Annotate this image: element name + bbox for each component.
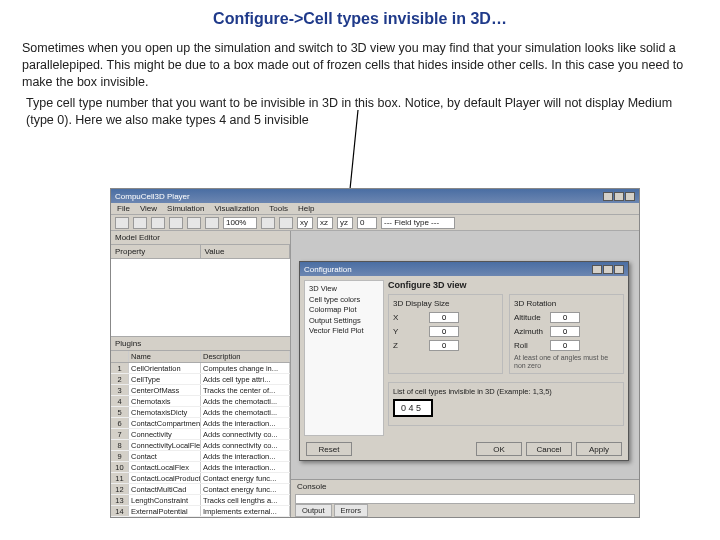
menu-simulation[interactable]: Simulation: [167, 204, 204, 213]
tree-item-output[interactable]: Output Settings: [309, 316, 379, 327]
row-num: 7: [111, 429, 129, 439]
row-name: ContactLocalFlex: [129, 462, 201, 472]
row-name: Connectivity: [129, 429, 201, 439]
rot-azimuth-input[interactable]: [550, 326, 580, 337]
plugins-table-header: Name Description: [111, 351, 290, 363]
tree-item-colormap[interactable]: Colormap Plot: [309, 305, 379, 316]
row-num: 14: [111, 506, 129, 516]
toolbar-button[interactable]: [187, 217, 201, 229]
table-row[interactable]: 5ChemotaxisDictyAdds the chemotacti...: [111, 407, 290, 418]
rot-roll-input[interactable]: [550, 340, 580, 351]
property-col-value: Value: [201, 245, 291, 258]
player-title: CompuCell3D Player: [115, 192, 190, 201]
page-title: Configure->Cell types invisible in 3D…: [0, 10, 720, 28]
tree-item-vector[interactable]: Vector Field Plot: [309, 326, 379, 337]
table-row[interactable]: 6ContactCompartmentAdds the interaction.…: [111, 418, 290, 429]
toolbar-button[interactable]: [133, 217, 147, 229]
table-row[interactable]: 12ContactMultiCadContact energy func...: [111, 484, 290, 495]
row-num: 13: [111, 495, 129, 505]
row-desc: Adds connectivity co...: [201, 440, 290, 450]
dialog-window-controls[interactable]: [592, 265, 624, 274]
invisible-types-input[interactable]: 0 4 5: [393, 399, 433, 417]
tree-item-3d-view[interactable]: 3D View: [309, 284, 379, 295]
model-editor-header: Model Editor: [111, 231, 290, 245]
player-titlebar: CompuCell3D Player: [111, 189, 639, 203]
row-desc: Computes change in...: [201, 363, 290, 373]
xz-button[interactable]: xz: [317, 217, 333, 229]
toolbar-button[interactable]: [261, 217, 275, 229]
toolbar-button[interactable]: [279, 217, 293, 229]
row-name: ContactLocalProduct: [129, 473, 201, 483]
table-row[interactable]: 1CellOrientationComputes change in...: [111, 363, 290, 374]
plugins-col-desc: Description: [201, 351, 290, 362]
row-desc: Adds connectivity co...: [201, 429, 290, 439]
dialog-titlebar: Configuration: [300, 262, 628, 276]
row-desc: Tracks the center of...: [201, 385, 290, 395]
row-num: 1: [111, 363, 129, 373]
apply-button[interactable]: Apply: [576, 442, 622, 456]
table-row[interactable]: 8ConnectivityLocalFlexAdds connectivity …: [111, 440, 290, 451]
rot-altitude-input[interactable]: [550, 312, 580, 323]
row-num: 5: [111, 407, 129, 417]
table-row[interactable]: 3CenterOfMassTracks the center of...: [111, 385, 290, 396]
player-window: CompuCell3D Player File View Simulation …: [110, 188, 640, 518]
field-select[interactable]: --- Field type ---: [381, 217, 455, 229]
zoom-field[interactable]: 100%: [223, 217, 257, 229]
row-name: Contact: [129, 451, 201, 461]
size-y-label: Y: [393, 327, 425, 336]
invisible-types-label: List of cell types invisible in 3D (Exam…: [393, 387, 619, 396]
paragraph-2: Type cell type number that you want to b…: [26, 95, 694, 129]
table-row[interactable]: 7ConnectivityAdds connectivity co...: [111, 429, 290, 440]
row-desc: Adds the chemotacti...: [201, 396, 290, 406]
row-desc: Tracks cell lengths a...: [201, 495, 290, 505]
table-row[interactable]: 14ExternalPotentialImplements external..…: [111, 506, 290, 517]
table-row[interactable]: 13LengthConstraintTracks cell lengths a.…: [111, 495, 290, 506]
toolbar-button[interactable]: [169, 217, 183, 229]
menu-visualization[interactable]: Visualization: [214, 204, 259, 213]
menubar[interactable]: File View Simulation Visualization Tools…: [111, 203, 639, 215]
ok-button[interactable]: OK: [476, 442, 522, 456]
group-size-title: 3D Display Size: [393, 299, 498, 308]
table-row[interactable]: 10ContactLocalFlexAdds the interaction..…: [111, 462, 290, 473]
right-column: Configuration 3D View Cell type colors C…: [291, 231, 639, 517]
reset-button[interactable]: Reset: [306, 442, 352, 456]
toolbar-button[interactable]: [151, 217, 165, 229]
table-row[interactable]: 9ContactAdds the interaction...: [111, 451, 290, 462]
plugins-table: Name Description 1CellOrientationCompute…: [111, 351, 290, 517]
table-row[interactable]: 11ContactLocalProductContact energy func…: [111, 473, 290, 484]
row-desc: Contact energy func...: [201, 484, 290, 494]
menu-view[interactable]: View: [140, 204, 157, 213]
property-body: [111, 259, 290, 336]
window-controls[interactable]: [603, 192, 635, 201]
size-y-input[interactable]: [429, 326, 459, 337]
size-x-label: X: [393, 313, 425, 322]
yz-button[interactable]: yz: [337, 217, 353, 229]
row-desc: Adds the chemotacti...: [201, 407, 290, 417]
config-dialog: Configuration 3D View Cell type colors C…: [299, 261, 629, 461]
row-num: 8: [111, 440, 129, 450]
row-desc: Contact energy func...: [201, 473, 290, 483]
xy-button[interactable]: xy: [297, 217, 313, 229]
axis-field[interactable]: 0: [357, 217, 377, 229]
size-x-input[interactable]: [429, 312, 459, 323]
row-name: CellOrientation: [129, 363, 201, 373]
tree-item-colors[interactable]: Cell type colors: [309, 295, 379, 306]
menu-tools[interactable]: Tools: [269, 204, 288, 213]
table-row[interactable]: 2CellTypeAdds cell type attri...: [111, 374, 290, 385]
size-z-input[interactable]: [429, 340, 459, 351]
row-desc: Adds cell type attri...: [201, 374, 290, 384]
row-desc: Adds the interaction...: [201, 418, 290, 428]
tab-output[interactable]: Output: [295, 504, 332, 517]
cancel-button[interactable]: Cancel: [526, 442, 572, 456]
dialog-tree[interactable]: 3D View Cell type colors Colormap Plot O…: [304, 280, 384, 436]
row-name: ContactMultiCad: [129, 484, 201, 494]
menu-file[interactable]: File: [117, 204, 130, 213]
tab-errors[interactable]: Errors: [334, 504, 368, 517]
toolbar-button[interactable]: [205, 217, 219, 229]
row-num: 10: [111, 462, 129, 472]
toolbar: 100% xy xz yz 0 --- Field type ---: [111, 215, 639, 231]
menu-help[interactable]: Help: [298, 204, 314, 213]
table-row[interactable]: 4ChemotaxisAdds the chemotacti...: [111, 396, 290, 407]
toolbar-button[interactable]: [115, 217, 129, 229]
group-display-size: 3D Display Size X Y Z: [388, 294, 503, 374]
